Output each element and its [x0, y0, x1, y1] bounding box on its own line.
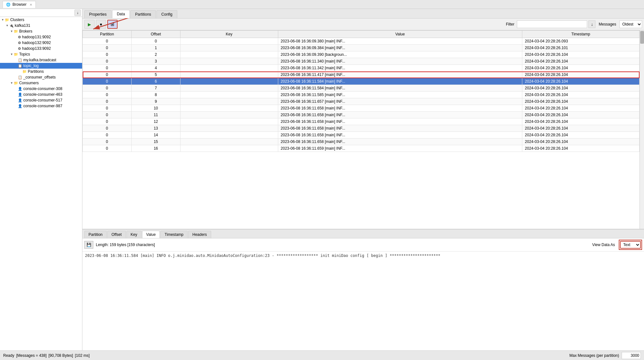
col-header-key: Key: [180, 31, 278, 38]
filter-arrow-btn[interactable]: ↓: [588, 20, 595, 28]
table-row[interactable]: 0 14 2023-06-08 16:36:11.658 [main] INF.…: [83, 132, 640, 139]
scrollbar-thumb[interactable]: [640, 31, 644, 44]
sidebar-item-hadoop133[interactable]: ⚙hadoop133:9092: [0, 46, 82, 51]
browser-tab[interactable]: 🌐 Browser ×: [3, 1, 36, 8]
cell-offset: 8: [131, 92, 180, 98]
sidebar-item-hadoop131[interactable]: ⚙hadoop131:9092: [0, 34, 82, 40]
stop-button[interactable]: ■: [96, 20, 106, 29]
max-messages-input[interactable]: [622, 352, 641, 359]
table-row[interactable]: 0 10 2023-06-08 16:36:11.658 [main] INF.…: [83, 105, 640, 112]
data-table-scroll[interactable]: Partition Offset Key Value Timestamp 0 0…: [82, 30, 640, 229]
sidebar-item-consumer517[interactable]: 👤console-consumer-517: [0, 97, 82, 103]
table-row[interactable]: 0 15 2023-06-08 16:36:11.658 [main] INF.…: [83, 139, 640, 145]
save-button[interactable]: 💾: [84, 241, 93, 249]
sidebar-item-consumer_offsets[interactable]: 📋_consumer_offsets: [0, 74, 82, 80]
messages-count: [Messages = 438]: [16, 353, 47, 358]
cell-value: 2023-06-08 16:36:11.658 [main] INF...: [278, 105, 522, 112]
cell-value: 2023-06-08 16:36:11.658 [main] INF...: [278, 118, 522, 125]
sidebar-item-topics[interactable]: ▼📁Topics: [0, 51, 82, 57]
caret-icon: ▼: [1, 18, 4, 21]
play-button[interactable]: ▶: [84, 20, 95, 29]
sidebar-item-consumer987[interactable]: 👤console-consumer-987: [0, 103, 82, 109]
filter-arrow-icon: ↓: [591, 22, 593, 27]
sidebar-item-hadoop132[interactable]: ⚙hadoop132:9092: [0, 40, 82, 46]
cell-key: [180, 139, 278, 145]
view-data-select[interactable]: Text JSON XML Hex: [620, 241, 641, 249]
table-row[interactable]: 0 1 2023-06-08 16:36:09.384 [main] INF..…: [83, 45, 640, 51]
close-icon[interactable]: ×: [30, 2, 32, 7]
filter-input[interactable]: [517, 20, 587, 28]
sidebar-item-broadcast[interactable]: 📋my.kafka.broadcast: [0, 57, 82, 63]
messages-select[interactable]: Oldest Newest: [619, 20, 642, 28]
value-content: 2023-06-08 16:36:11.584 [main] INFO o.j.…: [85, 253, 441, 258]
bottom-tab-partition[interactable]: Partition: [84, 231, 107, 238]
cell-partition: 0: [83, 78, 132, 85]
cell-value: 2023-06-08 16:36:11.659 [main] INF...: [278, 145, 522, 152]
col-header-partition: Partition: [83, 31, 132, 38]
cell-timestamp: 2024-03-04 20:28:26.104: [522, 71, 640, 78]
cell-timestamp: 2024-03-04 20:28:26.104: [522, 92, 640, 98]
tab-partitions[interactable]: Partitions: [130, 10, 156, 18]
cell-value: 2023-06-08 16:36:09.390 [backgroun...: [278, 51, 522, 58]
cell-offset: 0: [131, 38, 180, 45]
table-row[interactable]: 0 7 2023-06-08 16:36:11.584 [main] INF..…: [83, 85, 640, 92]
sidebar-item-kafka131[interactable]: ▼🔌kafka131: [0, 23, 82, 28]
table-row[interactable]: 0 13 2023-06-08 16:36:11.658 [main] INF.…: [83, 125, 640, 132]
sidebar-item-consumers[interactable]: ▼📁Consumers: [0, 80, 82, 86]
filter-label: Filter: [506, 22, 515, 26]
table-row[interactable]: 0 5 2023-06-08 16:36:11.417 [main] INF..…: [83, 71, 640, 78]
caret-icon: ▼: [6, 24, 9, 27]
table-row[interactable]: 0 6 2023-06-08 16:36:11.584 [main] INF..…: [83, 78, 640, 85]
cell-partition: 0: [83, 118, 132, 125]
tab-config[interactable]: Config: [157, 10, 177, 18]
data-table-container[interactable]: Partition Offset Key Value Timestamp 0 0…: [82, 30, 644, 229]
cell-timestamp: 2024-03-04 20:28:26.104: [522, 105, 640, 112]
length-text: Length: 159 bytes [159 characters]: [96, 243, 155, 247]
sidebar-download-btn[interactable]: ↓: [74, 10, 81, 16]
table-row[interactable]: 0 9 2023-06-08 16:36:11.657 [main] INF..…: [83, 98, 640, 105]
bottom-tab-value[interactable]: Value: [142, 231, 160, 238]
sidebar-item-partitions[interactable]: 📁Partitions: [0, 69, 82, 74]
cell-partition: 0: [83, 139, 132, 145]
table-row[interactable]: 0 8 2023-06-08 16:36:11.585 [main] INF..…: [83, 92, 640, 98]
sidebar-item-clusters[interactable]: ▼📁Clusters: [0, 17, 82, 23]
table-row[interactable]: 0 3 2023-06-08 16:36:11.340 [main] INF..…: [83, 58, 640, 65]
tree-label-consumer987: console-consumer-987: [23, 104, 62, 108]
tab-data[interactable]: Data: [112, 10, 130, 18]
sidebar-item-brokers[interactable]: ▼📁Brokers: [0, 28, 82, 34]
table-row[interactable]: 0 2 2023-06-08 16:36:09.390 [backgroun..…: [83, 51, 640, 58]
caret-icon: ▼: [10, 30, 13, 33]
cell-timestamp: 2024-03-04 20:28:26.104: [522, 85, 640, 92]
cell-timestamp: 2024-03-04 20:28:26.104: [522, 98, 640, 105]
table-row[interactable]: 0 4 2023-06-08 16:36:11.342 [main] INF..…: [83, 65, 640, 71]
value-text-area: 2023-06-08 16:36:11.584 [main] INFO o.j.…: [82, 251, 644, 350]
tree-icon-hadoop131: ⚙: [18, 35, 21, 39]
tree-label-partitions: Partitions: [28, 69, 44, 74]
bottom-tab-headers[interactable]: Headers: [188, 231, 211, 238]
cell-offset: 15: [131, 139, 180, 145]
bottom-panel: Partition Offset Key Value Timestamp Hea…: [82, 229, 644, 350]
bottom-tab-timestamp[interactable]: Timestamp: [160, 231, 188, 238]
tab-properties[interactable]: Properties: [84, 10, 111, 18]
cell-offset: 12: [131, 118, 180, 125]
vertical-scrollbar[interactable]: [640, 30, 644, 229]
table-view-button[interactable]: ⊞: [107, 20, 118, 29]
sidebar-item-topic_log[interactable]: 📋topic_log: [0, 63, 82, 69]
cell-partition: 0: [83, 112, 132, 118]
tree-label-topics: Topics: [19, 52, 30, 56]
cell-partition: 0: [83, 65, 132, 71]
bottom-tab-key[interactable]: Key: [126, 231, 142, 238]
table-row[interactable]: 0 0 2023-06-08 16:36:09.380 [main] INF..…: [83, 38, 640, 45]
sidebar-item-consumer463[interactable]: 👤console-consumer-463: [0, 92, 82, 97]
table-row[interactable]: 0 12 2023-06-08 16:36:11.658 [main] INF.…: [83, 118, 640, 125]
cell-value: 2023-06-08 16:36:09.380 [main] INF...: [278, 38, 522, 45]
cell-key: [180, 71, 278, 78]
cell-key: [180, 58, 278, 65]
col-header-value: Value: [278, 31, 522, 38]
table-row[interactable]: 0 16 2023-06-08 16:36:11.659 [main] INF.…: [83, 145, 640, 152]
cell-key: [180, 38, 278, 45]
bottom-tab-offset[interactable]: Offset: [107, 231, 126, 238]
sidebar-item-consumer308[interactable]: 👤console-consumer-308: [0, 86, 82, 92]
cell-partition: 0: [83, 92, 132, 98]
table-row[interactable]: 0 11 2023-06-08 16:36:11.658 [main] INF.…: [83, 112, 640, 118]
